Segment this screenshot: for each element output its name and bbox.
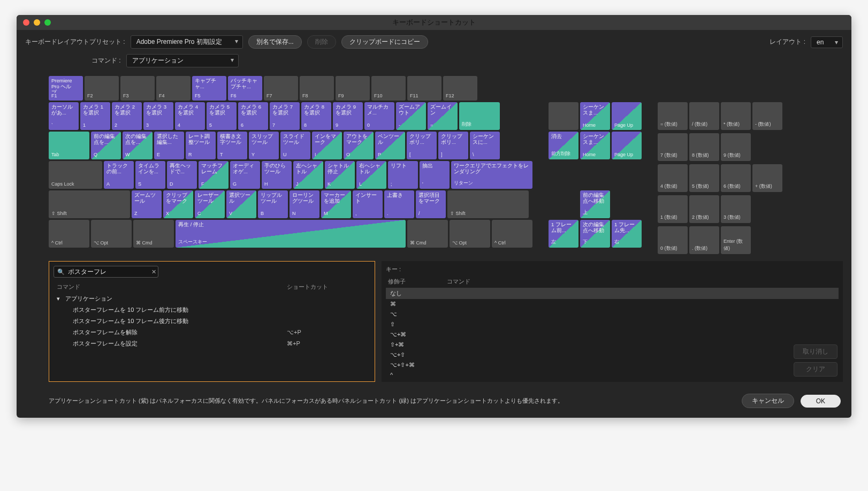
tree-item[interactable]: ポスターフレームを解除⌥+P <box>54 327 370 338</box>
key-b[interactable]: リップルツールB <box>258 190 288 218</box>
key-7[interactable]: カメラ 7 を選択7 <box>270 102 300 130</box>
key--opt[interactable]: ⌥ Opt <box>91 220 132 248</box>
tree-group[interactable]: ▾アプリケーション <box>54 293 370 304</box>
search-field[interactable]: 🔍 ✕ <box>54 266 158 278</box>
key-0-[interactable]: 0 (数値) <box>658 226 688 254</box>
key--ctrl[interactable]: ^ Ctrl <box>492 220 532 248</box>
cancel-button[interactable]: キャンセル <box>742 394 794 408</box>
key-k[interactable]: シャトル停止K <box>325 161 355 189</box>
key--[interactable]: - (数値) <box>752 102 782 130</box>
key-s[interactable]: タイムラインを...S <box>135 161 165 189</box>
key-f[interactable]: マッチフレームF <box>199 161 229 189</box>
zoom-icon[interactable] <box>44 19 51 26</box>
key-v[interactable]: 選択ツールV <box>226 190 256 218</box>
minimize-icon[interactable] <box>34 19 40 26</box>
key--[interactable]: / (数値) <box>689 102 719 130</box>
key-8[interactable]: カメラ 8 を選択8 <box>301 102 331 130</box>
key-home[interactable]: シーケンスま...Home <box>580 132 610 159</box>
key-d[interactable]: 再生ヘッドで...D <box>167 161 197 189</box>
key-f1[interactable]: Premiere Pro ヘルプ...F1 <box>49 76 83 101</box>
key--[interactable]: カーソルがあ...` <box>49 102 79 130</box>
key-z[interactable]: ズームツールZ <box>132 190 162 218</box>
key-f4[interactable]: F4 <box>156 76 191 101</box>
copy-clipboard-button[interactable]: クリップボードにコピー <box>341 35 428 49</box>
save-as-button[interactable]: 別名で保存... <box>248 35 302 49</box>
key-r[interactable]: レート調整ツールR <box>186 132 216 159</box>
close-icon[interactable] <box>23 19 29 26</box>
key--[interactable]: シーケンスに...\ <box>470 132 500 159</box>
key-p[interactable]: ペンツールP <box>375 132 405 159</box>
key-w[interactable]: 次の編集点を...W <box>123 132 153 159</box>
tree-item[interactable]: ポスターフレームを設定⌘+P <box>54 338 370 349</box>
key-2-[interactable]: 2 (数値) <box>689 195 719 223</box>
key-6[interactable]: カメラ 6 を選択6 <box>238 102 268 130</box>
key-0[interactable]: マルチカメ...0 <box>364 102 394 130</box>
tree-item[interactable]: ポスターフレームを 10 フレーム後方に移動 <box>54 316 370 327</box>
key--[interactable]: 1 フレーム先...右 <box>612 220 642 248</box>
search-input[interactable] <box>68 268 148 275</box>
key--[interactable]: インサート, <box>353 190 383 218</box>
key--cmd[interactable]: ⌘ Cmd <box>407 220 448 248</box>
key-9[interactable]: カメラ 9 を選択9 <box>333 102 363 130</box>
key--cmd[interactable]: ⌘ Cmd <box>133 220 174 248</box>
modifier-row[interactable]: なし <box>386 288 839 299</box>
key-3-[interactable]: 3 (数値) <box>721 195 751 223</box>
key--[interactable]: + (数値) <box>752 164 782 192</box>
key-1-[interactable]: 1 (数値) <box>658 195 688 223</box>
key-f8[interactable]: F8 <box>300 76 334 101</box>
modifier-row[interactable]: ⇧+⌘ <box>386 340 839 350</box>
key-8-[interactable]: 8 (数値) <box>689 133 719 161</box>
key-[interactable] <box>549 102 578 130</box>
key--[interactable]: 1 フレーム前...左 <box>549 220 578 248</box>
key--[interactable]: 再生 / 停止スペースキー <box>176 220 406 248</box>
key-1[interactable]: カメラ 1 を選択1 <box>80 102 110 130</box>
key-x[interactable]: クリップをマークX <box>163 190 193 218</box>
key-4[interactable]: カメラ 4 を選択4 <box>175 102 205 130</box>
key--[interactable]: ズームイン= <box>428 102 458 130</box>
key-i[interactable]: インをマークI <box>312 132 342 159</box>
key-f3[interactable]: F3 <box>120 76 155 101</box>
layout-select[interactable]: en <box>811 36 843 48</box>
ok-button[interactable]: OK <box>801 395 841 408</box>
key-6-[interactable]: 6 (数値) <box>721 164 751 192</box>
key-5-[interactable]: 5 (数値) <box>689 164 719 192</box>
key--[interactable]: ズームアウト- <box>396 102 426 130</box>
tree-item[interactable]: ポスターフレームを 10 フレーム前方に移動 <box>54 304 370 316</box>
key-l[interactable]: 右へシャトルL <box>356 161 386 189</box>
command-select[interactable]: アプリケーション <box>126 54 239 67</box>
key-page-up[interactable]: Page Up <box>612 102 642 130</box>
key-c[interactable]: レーザーツールC <box>195 190 225 218</box>
key-f12[interactable]: F12 <box>443 76 477 101</box>
key-f10[interactable]: F10 <box>371 76 406 101</box>
clear-search-icon[interactable]: ✕ <box>151 268 156 275</box>
key--[interactable]: . (数値) <box>689 226 719 254</box>
key--[interactable]: リフト; <box>388 161 418 189</box>
modifier-row[interactable]: ⇧ <box>386 319 839 329</box>
key--ctrl[interactable]: ^ Ctrl <box>49 220 89 248</box>
key--[interactable]: クリップボリ...[ <box>407 132 437 159</box>
key-o[interactable]: アウトをマークO <box>344 132 374 159</box>
key--[interactable]: 消去前方削除 <box>549 132 578 159</box>
key-4-[interactable]: 4 (数値) <box>658 164 688 192</box>
key-9-[interactable]: 9 (数値) <box>721 133 751 161</box>
key-f7[interactable]: F7 <box>264 76 298 101</box>
key-home[interactable]: シーケンスま...Home <box>580 102 610 130</box>
key-caps-lock[interactable]: Caps Lock <box>49 161 102 189</box>
key--[interactable]: 上書き. <box>384 190 414 218</box>
modifier-row[interactable]: ⌥+⇧ <box>386 350 839 360</box>
key--[interactable]: = (数値) <box>658 102 688 130</box>
modifier-row[interactable]: ⌘ <box>386 299 839 309</box>
key--[interactable]: * (数値) <box>721 102 751 130</box>
key-a[interactable]: トラックの前...A <box>104 161 134 189</box>
key-page-up[interactable]: Page Up <box>612 132 642 159</box>
key-j[interactable]: 左へシャトルJ <box>293 161 323 189</box>
key--[interactable]: 次の編集点へ移動下 <box>580 220 610 248</box>
key-f2[interactable]: F2 <box>85 76 119 101</box>
key-f5[interactable]: キャプチャ...F5 <box>192 76 226 101</box>
key--[interactable]: ワークエリアでエフェクトをレンダリングリターン <box>451 161 532 189</box>
key-h[interactable]: 手のひらツールH <box>262 161 292 189</box>
key--[interactable]: 前の編集点へ移動上 <box>580 190 610 218</box>
key-2[interactable]: カメラ 2 を選択2 <box>112 102 142 130</box>
key-7-[interactable]: 7 (数値) <box>658 133 688 161</box>
key-t[interactable]: 横書き文字ツールT <box>217 132 247 159</box>
